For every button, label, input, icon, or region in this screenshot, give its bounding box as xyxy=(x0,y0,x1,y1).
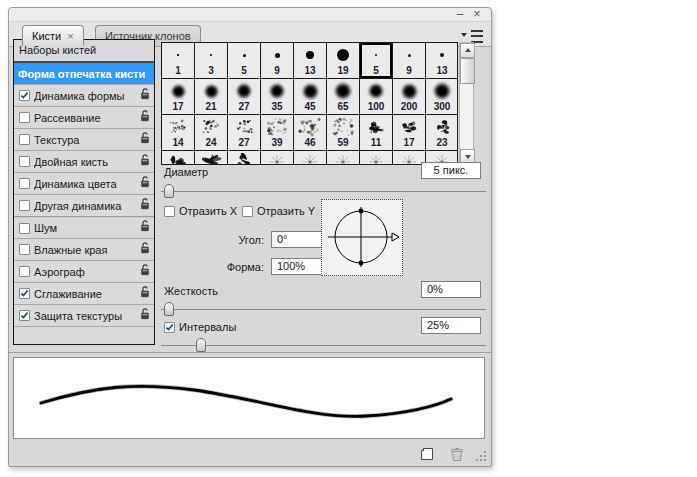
scroll-up-icon[interactable] xyxy=(460,43,475,58)
brush-preset-300[interactable]: 300 xyxy=(426,79,458,115)
brush-preset-5[interactable]: 5 xyxy=(360,43,393,79)
spacing-slider-thumb[interactable] xyxy=(196,338,206,352)
item-checkbox[interactable] xyxy=(19,310,30,321)
brush-preset-11[interactable]: 11 xyxy=(360,115,393,151)
brush-preset-5[interactable]: 5 xyxy=(228,43,261,79)
brush-preset-27[interactable]: 27 xyxy=(228,115,261,151)
lock-icon[interactable] xyxy=(139,195,151,217)
sidebar-item-4[interactable]: Двойная кисть xyxy=(14,151,154,173)
brush-preset-r3c6[interactable] xyxy=(360,151,393,165)
flip-x-box[interactable] xyxy=(164,206,175,217)
brush-preset-21[interactable]: 21 xyxy=(195,79,228,115)
brush-preset-13[interactable]: 13 xyxy=(426,43,458,79)
brush-preset-9[interactable]: 9 xyxy=(261,43,294,79)
item-checkbox[interactable] xyxy=(19,200,30,211)
flip-y-checkbox[interactable]: Отразить Y xyxy=(242,205,315,217)
brush-preset-19[interactable]: 19 xyxy=(327,43,360,79)
item-checkbox[interactable] xyxy=(19,266,30,277)
brush-preset-17[interactable]: 17 xyxy=(162,79,195,115)
brush-preset-13[interactable]: 13 xyxy=(294,43,327,79)
item-checkbox[interactable] xyxy=(19,112,30,123)
sidebar-item-10[interactable]: Сглаживание xyxy=(14,283,154,305)
sidebar-item-3[interactable]: Текстура xyxy=(14,129,154,151)
brush-preset-35[interactable]: 35 xyxy=(261,79,294,115)
brush-preset-17[interactable]: 17 xyxy=(393,115,426,151)
resize-grip[interactable] xyxy=(474,450,488,463)
tab-brushes[interactable]: Кисти× xyxy=(22,25,84,46)
item-checkbox[interactable] xyxy=(19,156,30,167)
brush-preset-65[interactable]: 65 xyxy=(327,79,360,115)
item-checkbox[interactable] xyxy=(19,90,30,101)
lock-icon[interactable] xyxy=(139,261,151,283)
sidebar-item-6[interactable]: Другая динамика xyxy=(14,195,154,217)
sidebar-item-9[interactable]: Аэрограф xyxy=(14,261,154,283)
brush-angle-diagram[interactable] xyxy=(321,199,403,276)
lock-icon[interactable] xyxy=(139,217,151,239)
item-checkbox[interactable] xyxy=(19,134,30,145)
flip-x-checkbox[interactable]: Отразить X xyxy=(164,205,237,217)
sidebar-item-5[interactable]: Динамика цвета xyxy=(14,173,154,195)
diameter-slider[interactable] xyxy=(161,184,486,198)
item-checkbox[interactable] xyxy=(19,244,30,255)
delete-brush-button[interactable] xyxy=(450,447,466,462)
brush-preset-24[interactable]: 24 xyxy=(195,115,228,151)
lock-icon[interactable] xyxy=(139,305,151,327)
hardness-value[interactable]: 0% xyxy=(421,281,481,298)
brush-preset-200[interactable]: 200 xyxy=(393,79,426,115)
brush-preset-45[interactable]: 45 xyxy=(294,79,327,115)
tab-close-icon[interactable]: × xyxy=(67,30,73,42)
sidebar-item-0[interactable]: Форма отпечатка кисти xyxy=(14,63,154,85)
lock-icon[interactable] xyxy=(139,283,151,305)
roundness-value[interactable]: 100% xyxy=(271,258,323,275)
spacing-value[interactable]: 25% xyxy=(421,317,481,334)
brush-preset-23[interactable]: 23 xyxy=(426,115,458,151)
spacing-checkbox[interactable]: Интервалы xyxy=(164,321,236,333)
hardness-slider-thumb[interactable] xyxy=(164,302,174,316)
brush-preset-r3c1[interactable] xyxy=(195,151,228,165)
lock-icon[interactable] xyxy=(139,173,151,195)
lock-icon[interactable] xyxy=(139,129,151,151)
brush-preset-9[interactable]: 9 xyxy=(393,43,426,79)
item-checkbox[interactable] xyxy=(19,178,30,189)
sidebar-item-1[interactable]: Динамика формы xyxy=(14,85,154,107)
brush-preset-r3c3[interactable] xyxy=(261,151,294,165)
close-button[interactable]: × xyxy=(470,8,484,21)
brush-preset-100[interactable]: 100 xyxy=(360,79,393,115)
brush-preset-1[interactable]: 1 xyxy=(162,43,195,79)
lock-icon[interactable] xyxy=(139,85,151,107)
panel-menu-button[interactable] xyxy=(461,28,485,41)
minimize-button[interactable]: – xyxy=(453,8,467,21)
brush-preset-27[interactable]: 27 xyxy=(228,79,261,115)
diameter-slider-thumb[interactable] xyxy=(164,184,174,198)
spacing-label: Интервалы xyxy=(179,321,236,333)
hardness-slider[interactable] xyxy=(161,302,486,316)
spacing-slider[interactable] xyxy=(161,338,486,352)
brush-size-label: 27 xyxy=(238,101,249,112)
sidebar-item-7[interactable]: Шум xyxy=(14,217,154,239)
item-checkbox[interactable] xyxy=(19,288,30,299)
diameter-value[interactable]: 5 пикс. xyxy=(421,162,481,179)
lock-icon[interactable] xyxy=(139,151,151,173)
lock-icon[interactable] xyxy=(139,107,151,129)
item-checkbox[interactable] xyxy=(19,223,30,234)
brush-preset-39[interactable]: 39 xyxy=(261,115,294,151)
sidebar-item-2[interactable]: Рассеивание xyxy=(14,107,154,129)
brush-preset-59[interactable]: 59 xyxy=(327,115,360,151)
brush-preset-r3c4[interactable] xyxy=(294,151,327,165)
brush-preset-r3c0[interactable] xyxy=(162,151,195,165)
brushes-panel: – × Кисти× Источник клонов Наборы кистей… xyxy=(8,7,492,467)
flip-y-box[interactable] xyxy=(242,206,253,217)
brush-preset-r3c5[interactable] xyxy=(327,151,360,165)
lock-icon[interactable] xyxy=(139,239,151,261)
brush-preset-r3c2[interactable] xyxy=(228,151,261,165)
sidebar-item-11[interactable]: Защита текстуры xyxy=(14,305,154,327)
angle-value[interactable]: 0° xyxy=(271,231,323,248)
sidebar-item-8[interactable]: Влажные края xyxy=(14,239,154,261)
brush-preset-14[interactable]: 14 xyxy=(162,115,195,151)
scrollbar-thumb[interactable] xyxy=(460,58,475,84)
grid-scrollbar[interactable] xyxy=(459,42,474,165)
brush-preset-46[interactable]: 46 xyxy=(294,115,327,151)
spacing-box[interactable] xyxy=(164,322,175,333)
new-brush-button[interactable] xyxy=(419,447,435,462)
brush-preset-3[interactable]: 3 xyxy=(195,43,228,79)
